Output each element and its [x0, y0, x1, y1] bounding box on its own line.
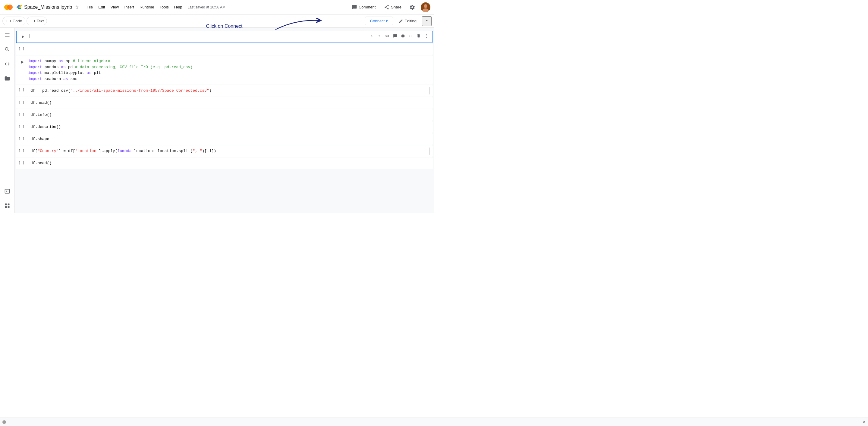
share-button[interactable]: Share: [381, 3, 404, 11]
add-code-plus: +: [6, 19, 8, 23]
cell-1-expand-btn[interactable]: [407, 32, 414, 39]
sidebar-code-icon[interactable]: [2, 59, 12, 69]
cell-3-line-2: import pandas as pd # data processing, C…: [28, 64, 429, 70]
cell-4[interactable]: [ ] df = pd.read_csv("../input/all-space…: [16, 85, 433, 96]
cell-10-bracket: [ ]: [19, 160, 29, 165]
cell-4-bracket: [ ]: [19, 87, 29, 92]
cell-1-tools: ⋮: [368, 32, 430, 39]
avatar[interactable]: [421, 2, 430, 12]
svg-point-3: [424, 4, 427, 8]
svg-rect-7: [5, 206, 7, 208]
settings-icon: [409, 4, 415, 10]
cell-5-bracket: [ ]: [19, 99, 29, 104]
cell-7-content[interactable]: df.describe(): [29, 123, 430, 131]
main-layout: ⋮ [ ] import numpy as np # linear algebr…: [0, 28, 434, 213]
connect-dropdown-icon: ▾: [386, 19, 388, 23]
cell-8-content[interactable]: df.shape: [29, 136, 430, 143]
cell-2-content[interactable]: [29, 46, 430, 53]
cell-3-line-3: import matplotlib.pyplot as plt: [28, 70, 429, 76]
share-label: Share: [391, 5, 401, 9]
cell-3-run-button[interactable]: [19, 59, 26, 66]
pencil-icon: [398, 19, 403, 24]
cell-8-bracket: [ ]: [19, 136, 29, 141]
cell-4-content[interactable]: df = pd.read_csv("../input/all-space-mis…: [29, 87, 427, 94]
collapse-icon: [424, 18, 429, 23]
connect-button[interactable]: Connect ▾: [365, 17, 393, 25]
cell-5[interactable]: [ ] df.head(): [16, 97, 433, 109]
share-icon: [384, 4, 390, 10]
cell-3-run-area: [19, 58, 27, 66]
editing-label: Editing: [404, 19, 416, 23]
cell-6-content[interactable]: df.info(): [29, 111, 430, 119]
cell-10-content[interactable]: df.head(): [29, 160, 430, 167]
cell-1-comment-btn[interactable]: [392, 32, 399, 39]
drive-icon: [16, 4, 22, 10]
cell-1-run-area: [19, 32, 27, 40]
cell-2-bracket: [ ]: [19, 46, 29, 51]
menu-view[interactable]: View: [108, 4, 121, 10]
notebook-area[interactable]: ⋮ [ ] import numpy as np # linear algebr…: [14, 28, 434, 213]
star-icon[interactable]: ☆: [74, 4, 79, 10]
toolbar-row: + + Code + + Text Click on Connect Conne…: [0, 15, 434, 28]
cell-6-bracket: [ ]: [19, 111, 29, 116]
sidebar-block-icon[interactable]: [2, 201, 12, 210]
svg-rect-6: [7, 204, 9, 205]
cell-9-side-bar: [429, 147, 430, 155]
cell-3-line-4: import seaborn as sns: [28, 76, 429, 82]
add-text-label: + Text: [33, 19, 44, 23]
cell-4-side-bar: [429, 87, 430, 94]
cell-10[interactable]: [ ] df.head(): [16, 158, 433, 169]
menu-bar: File Edit View Insert Runtime Tools Help…: [84, 4, 349, 10]
svg-point-1: [7, 4, 13, 10]
cell-6[interactable]: [ ] df.info(): [16, 109, 433, 121]
cell-1-settings-btn[interactable]: [399, 32, 407, 39]
editing-button[interactable]: Editing: [396, 17, 420, 25]
cell-7[interactable]: [ ] df.describe(): [16, 121, 433, 133]
sidebar-terminal-icon[interactable]: [2, 187, 12, 196]
cell-1-up-btn[interactable]: [368, 32, 375, 39]
cell-3[interactable]: import numpy as np # linear algebra impo…: [16, 56, 433, 84]
menu-tools[interactable]: Tools: [157, 4, 171, 10]
cell-9[interactable]: [ ] df["Country"] = df["Location"].apply…: [16, 145, 433, 157]
filename[interactable]: Space_Missions.ipynb: [24, 4, 72, 10]
sidebar-files-icon[interactable]: [2, 74, 12, 83]
menu-file[interactable]: File: [84, 4, 95, 10]
menu-insert[interactable]: Insert: [122, 4, 137, 10]
add-text-plus: +: [30, 19, 32, 23]
cell-3-line-1: import numpy as np # linear algebra: [28, 58, 429, 64]
top-bar: Space_Missions.ipynb ☆ File Edit View In…: [0, 0, 434, 15]
menu-runtime[interactable]: Runtime: [137, 4, 156, 10]
add-text-button[interactable]: + + Text: [27, 17, 47, 25]
cell-1-run-button[interactable]: [19, 33, 26, 40]
menu-help[interactable]: Help: [172, 4, 185, 10]
menu-edit[interactable]: Edit: [96, 4, 107, 10]
comment-button[interactable]: Comment: [349, 3, 378, 11]
left-sidebar: [0, 28, 14, 213]
comment-label: Comment: [359, 5, 375, 9]
cell-2[interactable]: [ ]: [16, 44, 433, 55]
settings-button[interactable]: [407, 2, 417, 12]
cell-1-down-btn[interactable]: [376, 32, 383, 39]
cell-1-delete-btn[interactable]: [415, 32, 422, 39]
cell-3-content[interactable]: import numpy as np # linear algebra impo…: [27, 58, 430, 82]
cell-1[interactable]: ⋮: [16, 31, 433, 43]
svg-rect-5: [5, 204, 7, 205]
cell-7-bracket: [ ]: [19, 123, 29, 129]
sidebar-search-icon[interactable]: [2, 45, 12, 54]
cell-1-more-btn[interactable]: ⋮: [423, 32, 430, 39]
colab-logo: [4, 2, 13, 12]
toolbar-right: Connect ▾ Editing: [365, 16, 432, 26]
toolbar-left: + + Code + + Text: [2, 17, 47, 25]
collapse-button[interactable]: [422, 16, 432, 26]
sidebar-menu-icon[interactable]: [2, 30, 12, 40]
last-saved: Last saved at 10:56 AM: [188, 5, 225, 9]
add-code-button[interactable]: + + Code: [2, 17, 25, 25]
cell-9-content[interactable]: df["Country"] = df["Location"].apply(lam…: [29, 147, 427, 155]
svg-rect-8: [7, 206, 9, 208]
add-code-label: + Code: [9, 19, 22, 23]
cell-9-bracket: [ ]: [19, 147, 29, 153]
cell-8[interactable]: [ ] df.shape: [16, 133, 433, 145]
cell-1-link-btn[interactable]: [384, 32, 391, 39]
cell-5-content[interactable]: df.head(): [29, 99, 430, 107]
connect-label: Connect: [370, 19, 384, 23]
